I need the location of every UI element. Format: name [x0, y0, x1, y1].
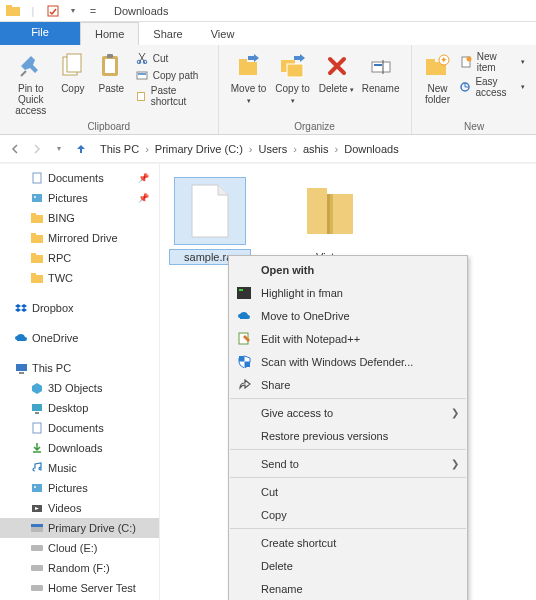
sidebar-item-documents[interactable]: Documents 📌: [0, 168, 159, 188]
sidebar-item-mirrored-drive[interactable]: Mirrored Drive: [0, 228, 159, 248]
ctx-label: Create shortcut: [261, 537, 459, 549]
ctx-edit-notepad[interactable]: Edit with Notepad++: [229, 327, 467, 350]
rename-button[interactable]: Rename: [359, 49, 403, 96]
sidebar-item-desktop[interactable]: Desktop: [0, 398, 159, 418]
sidebar-item-onedrive[interactable]: OneDrive: [0, 328, 159, 348]
sidebar-item-label: Dropbox: [32, 302, 74, 314]
sidebar-item-label: BING: [48, 212, 75, 224]
ctx-share[interactable]: Share: [229, 373, 467, 396]
new-folder-button[interactable]: ✦ New folder: [420, 49, 456, 107]
ctx-restore[interactable]: Restore previous versions: [229, 424, 467, 447]
cut-button[interactable]: Cut: [135, 51, 206, 65]
dropbox-icon: [14, 301, 28, 315]
sidebar-item-twc[interactable]: TWC: [0, 268, 159, 288]
svg-rect-35: [31, 233, 36, 236]
breadcrumb[interactable]: This PC › Primary Drive (C:) › Users › a…: [96, 141, 403, 157]
sidebar-item-dropbox[interactable]: Dropbox: [0, 298, 159, 318]
ctx-rename[interactable]: Rename: [229, 577, 467, 600]
nav-up-button[interactable]: [72, 140, 90, 158]
chevron-right-icon: ›: [249, 143, 253, 155]
tab-share[interactable]: Share: [139, 22, 196, 45]
ctx-create-shortcut[interactable]: Create shortcut: [229, 531, 467, 554]
ctx-open-with[interactable]: Open with: [229, 258, 467, 281]
nav-forward-button[interactable]: [28, 140, 46, 158]
qat-overflow[interactable]: =: [84, 2, 102, 20]
svg-line-3: [21, 71, 26, 76]
easy-access-button[interactable]: Easy access ▾: [459, 76, 524, 98]
delete-button[interactable]: Delete ▾: [315, 49, 359, 96]
sidebar-item-downloads[interactable]: Downloads: [0, 438, 159, 458]
downloads-icon: [30, 441, 44, 455]
properties-icon[interactable]: [44, 2, 62, 20]
sidebar-item-random[interactable]: Random (F:): [0, 558, 159, 578]
svg-rect-14: [138, 93, 144, 100]
pin-to-quick-access-button[interactable]: Pin to Quick access: [8, 49, 54, 118]
qat-dropdown-icon[interactable]: ▾: [64, 2, 82, 20]
breadcrumb-seg-2[interactable]: ashis: [299, 141, 333, 157]
ctx-scan-defender[interactable]: Scan with Windows Defender...: [229, 350, 467, 373]
breadcrumb-seg-1[interactable]: Users: [254, 141, 291, 157]
nav-back-button[interactable]: [6, 140, 24, 158]
ctx-label: Open with: [261, 264, 459, 276]
sidebar-item-documents[interactable]: Documents: [0, 418, 159, 438]
ctx-give-access[interactable]: Give access to ❯: [229, 401, 467, 424]
breadcrumb-seg-0[interactable]: Primary Drive (C:): [151, 141, 247, 157]
paste-button[interactable]: Paste: [92, 49, 131, 96]
paste-shortcut-button[interactable]: Paste shortcut: [135, 85, 206, 107]
sidebar-item-label: TWC: [48, 272, 73, 284]
file-item-victor[interactable]: Victor: [290, 178, 370, 264]
tab-home[interactable]: Home: [80, 22, 139, 45]
sidebar-item-label: Music: [48, 462, 77, 474]
sidebar-item-videos[interactable]: Videos: [0, 498, 159, 518]
sidebar-item-this-pc[interactable]: This PC: [0, 358, 159, 378]
chevron-right-icon: ›: [293, 143, 297, 155]
folder-icon: [30, 251, 44, 265]
ctx-highlight-fman[interactable]: Highlight in fman: [229, 281, 467, 304]
copy-path-button[interactable]: Copy path: [135, 68, 206, 82]
svg-rect-46: [32, 484, 42, 492]
folder-icon: [30, 211, 44, 225]
sidebar-item-music[interactable]: Music: [0, 458, 159, 478]
copy-to-button[interactable]: Copy to ▾: [271, 49, 315, 107]
svg-rect-5: [67, 54, 81, 72]
ctx-label: Cut: [261, 486, 459, 498]
svg-rect-62: [244, 362, 250, 368]
sidebar-item-label: Pictures: [48, 482, 88, 494]
sidebar-item-label: 3D Objects: [48, 382, 102, 394]
sidebar-item-label: Cloud (E:): [48, 542, 98, 554]
copy-to-label: Copy to: [275, 83, 309, 94]
sidebar-item-label: Documents: [48, 422, 104, 434]
nav-recent-dropdown[interactable]: ▾: [50, 140, 68, 158]
sidebar-item-label: Mirrored Drive: [48, 232, 118, 244]
sidebar-item-bing[interactable]: BING: [0, 208, 159, 228]
copy-button[interactable]: Copy: [54, 49, 93, 96]
ctx-copy[interactable]: Copy: [229, 503, 467, 526]
tab-view[interactable]: View: [197, 22, 249, 45]
ctx-cut[interactable]: Cut: [229, 480, 467, 503]
sidebar-item-pictures[interactable]: Pictures: [0, 478, 159, 498]
sidebar-item-home-server[interactable]: Home Server Test: [0, 578, 159, 598]
ctx-move-onedrive[interactable]: Move to OneDrive: [229, 304, 467, 327]
delete-icon: [322, 51, 352, 81]
breadcrumb-seg-3[interactable]: Downloads: [340, 141, 402, 157]
move-to-button[interactable]: Move to ▾: [227, 49, 271, 107]
new-item-button[interactable]: New item ▾: [459, 51, 524, 73]
ctx-separator: [230, 477, 466, 478]
file-item-sample[interactable]: sample.rar: [170, 178, 250, 264]
share-icon: [235, 377, 253, 393]
sidebar-item-label: Primary Drive (C:): [48, 522, 136, 534]
document-icon: [30, 171, 44, 185]
easy-access-icon: [459, 80, 471, 94]
sidebar-item-pictures[interactable]: Pictures 📌: [0, 188, 159, 208]
copy-path-label: Copy path: [153, 70, 199, 81]
tab-file[interactable]: File: [0, 22, 80, 45]
sidebar-item-rpc[interactable]: RPC: [0, 248, 159, 268]
ctx-send-to[interactable]: Send to ❯: [229, 452, 467, 475]
sidebar-item-primary-drive[interactable]: Primary Drive (C:): [0, 518, 159, 538]
pictures-icon: [30, 191, 44, 205]
sidebar-item-cloud[interactable]: Cloud (E:): [0, 538, 159, 558]
defender-icon: [235, 354, 253, 370]
ctx-delete[interactable]: Delete: [229, 554, 467, 577]
sidebar-item-3d-objects[interactable]: 3D Objects: [0, 378, 159, 398]
breadcrumb-root[interactable]: This PC: [96, 141, 143, 157]
